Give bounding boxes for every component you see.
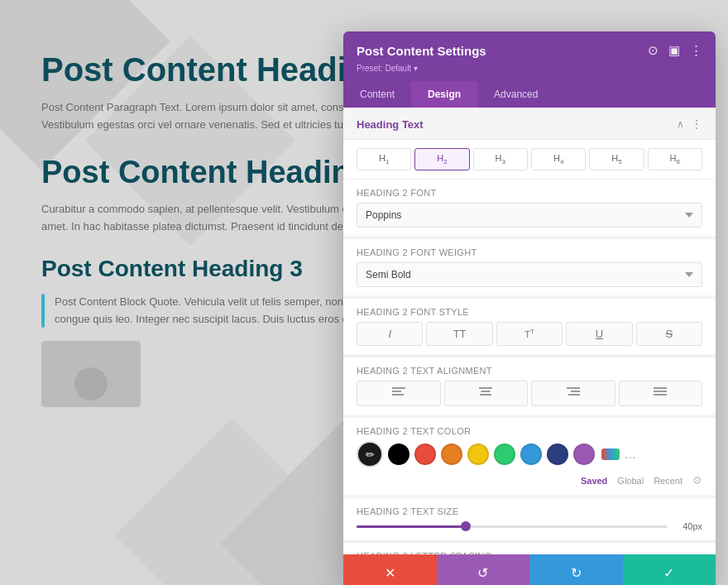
heading2-text-size-slider-row: 40px xyxy=(357,521,702,531)
page-paragraph-1: Post Content Paragraph Text. Lorem ipsum… xyxy=(41,99,389,134)
more-icon[interactable]: ⋮ xyxy=(690,43,702,58)
color-gradient-icon xyxy=(601,448,620,460)
color-tab-row: Saved Global Recent ⚙ xyxy=(357,474,702,487)
heading2-text-size-section: Heading 2 Text Size 40px xyxy=(343,498,716,539)
heading-tab-h1[interactable]: H1 xyxy=(357,148,411,170)
svg-rect-12 xyxy=(601,448,620,460)
heading2-font-section: Heading 2 Font Poppins Roboto Open Sans … xyxy=(343,180,716,236)
color-swatch-red[interactable] xyxy=(414,444,436,465)
heading2-font-label: Heading 2 Font xyxy=(357,188,702,198)
chevron-up-icon[interactable]: ∧ xyxy=(677,118,684,130)
align-justify-button[interactable] xyxy=(619,381,703,406)
circle-icon[interactable]: ⊙ xyxy=(648,43,659,58)
color-swatch-orange[interactable] xyxy=(441,444,462,465)
heading2-font-weight-label: Heading 2 Font Weight xyxy=(357,247,702,257)
slider-fill xyxy=(357,525,466,528)
color-settings-icon[interactable]: ⚙ xyxy=(692,474,702,487)
color-picker-button[interactable]: ✏ xyxy=(357,441,383,468)
heading2-text-color-label: Heading 2 Text Color xyxy=(357,426,702,436)
heading-tab-h2[interactable]: H2 xyxy=(414,148,469,170)
align-center-button[interactable] xyxy=(444,381,529,406)
color-swatch-green[interactable] xyxy=(494,444,515,465)
heading-tab-h3[interactable]: H3 xyxy=(473,148,528,170)
preset-arrow: ▾ xyxy=(414,64,418,73)
color-swatch-blue[interactable] xyxy=(520,444,542,465)
color-swatch-yellow[interactable] xyxy=(467,444,489,465)
panel-title: Post Content Settings xyxy=(357,44,486,58)
heading2-text-size-value: 40px xyxy=(676,521,702,531)
page-heading-2: Post Content Heading xyxy=(41,154,389,192)
blockquote: Post Content Block Quote. Vehicula velit… xyxy=(41,294,389,328)
underline-button[interactable]: U xyxy=(566,322,632,346)
section-header: Heading Text ∧ ⋮ xyxy=(343,108,716,140)
heading-tab-h4[interactable]: H4 xyxy=(531,148,586,170)
cancel-button[interactable]: ✕ xyxy=(343,554,437,585)
capitalize-button[interactable]: TT xyxy=(496,322,563,346)
redo-icon: ↻ xyxy=(571,565,582,581)
tab-design[interactable]: Design xyxy=(411,81,477,108)
blockquote-bar xyxy=(41,294,45,328)
align-left-button[interactable] xyxy=(357,381,441,406)
panel-header-icons: ⊙ ▣ ⋮ xyxy=(648,43,702,58)
svg-rect-6 xyxy=(567,387,580,389)
tab-content[interactable]: Content xyxy=(343,81,411,108)
color-more-icon[interactable]: ... xyxy=(625,448,637,461)
panel-header: Post Content Settings ⊙ ▣ ⋮ Preset: Defa… xyxy=(343,31,716,81)
preset-label: Preset: Default xyxy=(357,64,411,73)
redo-button[interactable]: ↻ xyxy=(529,554,623,585)
eyedropper-icon: ✏ xyxy=(366,448,375,461)
svg-rect-11 xyxy=(654,394,667,396)
reset-icon: ↺ xyxy=(477,565,488,581)
svg-rect-1 xyxy=(392,391,401,392)
strikethrough-button[interactable]: S xyxy=(636,322,702,346)
settings-panel: Post Content Settings ⊙ ▣ ⋮ Preset: Defa… xyxy=(343,31,716,585)
heading2-text-alignment-label: Heading 2 Text Alignment xyxy=(357,366,702,376)
cancel-icon: ✕ xyxy=(385,565,395,581)
panel-preset[interactable]: Preset: Default ▾ xyxy=(357,63,702,73)
save-icon: ✓ xyxy=(663,565,674,581)
heading2-font-weight-select[interactable]: Thin Light Regular Semi Bold Bold Extra … xyxy=(357,262,702,287)
color-tab-saved[interactable]: Saved xyxy=(581,476,607,486)
align-right-button[interactable] xyxy=(531,381,615,406)
align-buttons xyxy=(357,381,702,406)
panel-body: Heading Text ∧ ⋮ H1 H2 H3 H4 H5 H6 Headi… xyxy=(343,108,716,554)
page-heading-1: Post Content Headin xyxy=(41,50,389,89)
heading2-text-color-section: Heading 2 Text Color ✏ ... Saved xyxy=(343,418,716,495)
svg-rect-10 xyxy=(654,391,667,392)
layout-icon[interactable]: ▣ xyxy=(668,43,680,58)
svg-rect-9 xyxy=(654,387,667,389)
panel-tabs: Content Design Advanced xyxy=(343,81,716,108)
heading2-font-style-section: Heading 2 Font Style I TT TT U S xyxy=(343,299,716,354)
tab-advanced[interactable]: Advanced xyxy=(477,81,554,108)
section-more-icon[interactable]: ⋮ xyxy=(691,117,702,131)
heading2-letter-spacing-section: Heading 2 Letter Spacing -1px xyxy=(343,543,716,554)
color-tab-global[interactable]: Global xyxy=(617,476,644,486)
save-button[interactable]: ✓ xyxy=(623,554,716,585)
blockquote-text: Post Content Block Quote. Vehicula velit… xyxy=(55,294,389,328)
svg-rect-3 xyxy=(479,387,492,389)
color-tab-recent[interactable]: Recent xyxy=(654,476,682,486)
slider-thumb[interactable] xyxy=(461,521,471,531)
svg-rect-4 xyxy=(481,391,491,392)
heading-tabs: H1 H2 H3 H4 H5 H6 xyxy=(343,140,716,180)
section-controls: ∧ ⋮ xyxy=(677,117,702,131)
heading2-text-alignment-section: Heading 2 Text Alignment xyxy=(343,357,716,415)
heading-tab-h5[interactable]: H5 xyxy=(589,148,644,170)
heading2-font-select[interactable]: Poppins Roboto Open Sans Lato xyxy=(357,203,702,228)
page-paragraph-2: Curabitur a commodo sapien, at pellentes… xyxy=(41,201,389,236)
reset-button[interactable]: ↺ xyxy=(437,554,530,585)
svg-rect-2 xyxy=(392,394,404,396)
panel-header-top: Post Content Settings ⊙ ▣ ⋮ xyxy=(357,43,702,58)
heading-tab-h6[interactable]: H6 xyxy=(648,148,702,170)
uppercase-button[interactable]: TT xyxy=(426,322,492,346)
panel-footer: ✕ ↺ ↻ ✓ xyxy=(343,554,716,585)
color-swatch-navy[interactable] xyxy=(547,444,568,465)
italic-button[interactable]: I xyxy=(357,322,423,346)
color-swatch-purple[interactable] xyxy=(573,444,595,465)
heading2-text-size-label: Heading 2 Text Size xyxy=(357,506,702,516)
svg-rect-8 xyxy=(568,394,580,396)
color-swatch-black[interactable] xyxy=(388,444,410,465)
heading2-text-size-slider[interactable] xyxy=(357,525,668,528)
page-thumbnail xyxy=(41,341,141,407)
page-heading-3: Post Content Heading 3 xyxy=(41,256,389,282)
